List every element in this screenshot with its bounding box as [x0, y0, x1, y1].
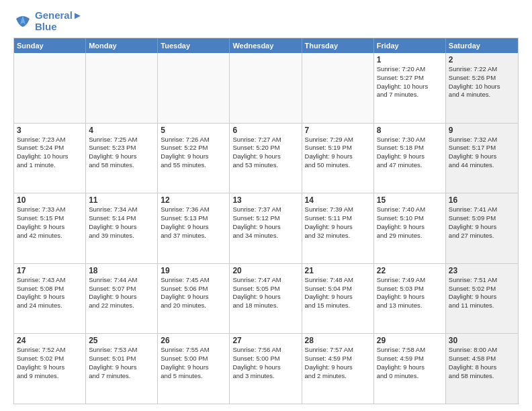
day-cell-18: 18Sunrise: 7:44 AM Sunset: 5:07 PM Dayli… — [86, 264, 158, 334]
day-info: Sunrise: 7:53 AM Sunset: 5:01 PM Dayligh… — [89, 346, 154, 380]
day-info: Sunrise: 7:25 AM Sunset: 5:23 PM Dayligh… — [89, 136, 154, 170]
day-info: Sunrise: 7:57 AM Sunset: 4:59 PM Dayligh… — [305, 346, 371, 380]
calendar-row-4: 24Sunrise: 7:52 AM Sunset: 5:02 PM Dayli… — [14, 333, 518, 404]
day-cell-empty-0-0 — [14, 53, 86, 123]
day-cell-empty-0-2 — [158, 53, 230, 123]
calendar-row-0: 1Sunrise: 7:20 AM Sunset: 5:27 PM Daylig… — [14, 53, 518, 123]
day-cell-empty-0-3 — [230, 53, 302, 123]
day-info: Sunrise: 7:36 AM Sunset: 5:13 PM Dayligh… — [161, 205, 226, 240]
day-cell-2: 2Sunrise: 7:22 AM Sunset: 5:26 PM Daylig… — [446, 53, 518, 123]
day-number: 25 — [89, 336, 154, 345]
day-cell-26: 26Sunrise: 7:55 AM Sunset: 5:00 PM Dayli… — [158, 334, 230, 404]
day-cell-16: 16Sunrise: 7:41 AM Sunset: 5:09 PM Dayli… — [446, 193, 518, 263]
day-cell-7: 7Sunrise: 7:29 AM Sunset: 5:19 PM Daylig… — [302, 124, 374, 193]
day-cell-17: 17Sunrise: 7:43 AM Sunset: 5:08 PM Dayli… — [14, 264, 86, 334]
day-cell-empty-0-1 — [86, 53, 158, 123]
day-number: 8 — [377, 126, 443, 135]
day-number: 23 — [449, 266, 515, 275]
day-number: 20 — [232, 266, 298, 275]
calendar-row-3: 17Sunrise: 7:43 AM Sunset: 5:08 PM Dayli… — [14, 263, 518, 334]
header: General► Blue — [13, 10, 519, 32]
weekday-header-saturday: Saturday — [446, 38, 518, 53]
logo-text: General► Blue — [35, 10, 83, 32]
calendar-body: 1Sunrise: 7:20 AM Sunset: 5:27 PM Daylig… — [14, 53, 518, 404]
day-info: Sunrise: 8:00 AM Sunset: 4:58 PM Dayligh… — [449, 346, 515, 380]
day-number: 1 — [377, 55, 443, 64]
calendar-row-2: 10Sunrise: 7:33 AM Sunset: 5:15 PM Dayli… — [14, 193, 518, 263]
day-info: Sunrise: 7:44 AM Sunset: 5:07 PM Dayligh… — [89, 276, 154, 310]
day-info: Sunrise: 7:34 AM Sunset: 5:14 PM Dayligh… — [89, 205, 154, 240]
day-info: Sunrise: 7:55 AM Sunset: 5:00 PM Dayligh… — [161, 346, 226, 380]
logo: General► Blue — [13, 10, 83, 32]
logo-icon — [13, 12, 32, 31]
day-number: 24 — [17, 336, 83, 345]
day-cell-21: 21Sunrise: 7:48 AM Sunset: 5:04 PM Dayli… — [302, 264, 374, 334]
day-cell-5: 5Sunrise: 7:26 AM Sunset: 5:22 PM Daylig… — [158, 124, 230, 193]
day-cell-14: 14Sunrise: 7:39 AM Sunset: 5:11 PM Dayli… — [302, 193, 374, 263]
day-number: 14 — [305, 195, 371, 205]
day-info: Sunrise: 7:26 AM Sunset: 5:22 PM Dayligh… — [161, 136, 226, 170]
day-cell-28: 28Sunrise: 7:57 AM Sunset: 4:59 PM Dayli… — [302, 334, 374, 404]
day-number: 27 — [232, 336, 298, 345]
day-cell-29: 29Sunrise: 7:58 AM Sunset: 4:59 PM Dayli… — [374, 334, 446, 404]
day-info: Sunrise: 7:51 AM Sunset: 5:02 PM Dayligh… — [449, 276, 515, 310]
day-cell-1: 1Sunrise: 7:20 AM Sunset: 5:27 PM Daylig… — [374, 53, 446, 123]
day-info: Sunrise: 7:39 AM Sunset: 5:11 PM Dayligh… — [305, 205, 371, 240]
day-info: Sunrise: 7:40 AM Sunset: 5:10 PM Dayligh… — [377, 205, 443, 240]
weekday-header-thursday: Thursday — [302, 38, 374, 53]
day-info: Sunrise: 7:30 AM Sunset: 5:18 PM Dayligh… — [377, 136, 443, 170]
day-number: 15 — [377, 195, 443, 205]
calendar-row-1: 3Sunrise: 7:23 AM Sunset: 5:24 PM Daylig… — [14, 123, 518, 193]
day-cell-19: 19Sunrise: 7:45 AM Sunset: 5:06 PM Dayli… — [158, 264, 230, 334]
day-info: Sunrise: 7:49 AM Sunset: 5:03 PM Dayligh… — [377, 276, 443, 310]
day-cell-8: 8Sunrise: 7:30 AM Sunset: 5:18 PM Daylig… — [374, 124, 446, 193]
weekday-header-sunday: Sunday — [14, 38, 86, 53]
day-number: 18 — [89, 266, 154, 275]
day-number: 9 — [449, 126, 515, 135]
day-number: 26 — [161, 336, 226, 345]
day-number: 2 — [449, 55, 515, 64]
day-cell-24: 24Sunrise: 7:52 AM Sunset: 5:02 PM Dayli… — [14, 334, 86, 404]
day-number: 17 — [17, 266, 83, 275]
page: General► Blue SundayMondayTuesdayWednesd… — [0, 0, 532, 411]
day-number: 19 — [161, 266, 226, 275]
day-cell-23: 23Sunrise: 7:51 AM Sunset: 5:02 PM Dayli… — [446, 264, 518, 334]
day-cell-15: 15Sunrise: 7:40 AM Sunset: 5:10 PM Dayli… — [374, 193, 446, 263]
day-cell-4: 4Sunrise: 7:25 AM Sunset: 5:23 PM Daylig… — [86, 124, 158, 193]
day-number: 7 — [305, 126, 371, 135]
day-cell-20: 20Sunrise: 7:47 AM Sunset: 5:05 PM Dayli… — [230, 264, 302, 334]
day-info: Sunrise: 7:20 AM Sunset: 5:27 PM Dayligh… — [377, 65, 443, 99]
day-number: 22 — [377, 266, 443, 275]
day-info: Sunrise: 7:56 AM Sunset: 5:00 PM Dayligh… — [232, 346, 298, 380]
day-info: Sunrise: 7:47 AM Sunset: 5:05 PM Dayligh… — [232, 276, 298, 310]
day-info: Sunrise: 7:29 AM Sunset: 5:19 PM Dayligh… — [305, 136, 371, 170]
day-info: Sunrise: 7:48 AM Sunset: 5:04 PM Dayligh… — [305, 276, 371, 310]
day-number: 4 — [89, 126, 154, 135]
day-number: 12 — [161, 195, 226, 205]
day-number: 16 — [449, 195, 515, 205]
day-cell-25: 25Sunrise: 7:53 AM Sunset: 5:01 PM Dayli… — [86, 334, 158, 404]
day-cell-3: 3Sunrise: 7:23 AM Sunset: 5:24 PM Daylig… — [14, 124, 86, 193]
day-cell-22: 22Sunrise: 7:49 AM Sunset: 5:03 PM Dayli… — [374, 264, 446, 334]
day-number: 11 — [89, 195, 154, 205]
weekday-header-wednesday: Wednesday — [230, 38, 302, 53]
day-number: 3 — [17, 126, 83, 135]
day-number: 28 — [305, 336, 371, 345]
day-cell-13: 13Sunrise: 7:37 AM Sunset: 5:12 PM Dayli… — [230, 193, 302, 263]
day-cell-11: 11Sunrise: 7:34 AM Sunset: 5:14 PM Dayli… — [86, 193, 158, 263]
day-info: Sunrise: 7:33 AM Sunset: 5:15 PM Dayligh… — [17, 205, 83, 240]
day-number: 29 — [377, 336, 443, 345]
weekday-header-tuesday: Tuesday — [158, 38, 230, 53]
day-info: Sunrise: 7:32 AM Sunset: 5:17 PM Dayligh… — [449, 136, 515, 170]
day-info: Sunrise: 7:23 AM Sunset: 5:24 PM Dayligh… — [17, 136, 83, 170]
day-cell-30: 30Sunrise: 8:00 AM Sunset: 4:58 PM Dayli… — [446, 334, 518, 404]
day-info: Sunrise: 7:27 AM Sunset: 5:20 PM Dayligh… — [232, 136, 298, 170]
day-info: Sunrise: 7:22 AM Sunset: 5:26 PM Dayligh… — [449, 65, 515, 99]
day-number: 6 — [232, 126, 298, 135]
calendar: SundayMondayTuesdayWednesdayThursdayFrid… — [13, 38, 519, 404]
day-number: 13 — [232, 195, 298, 205]
day-info: Sunrise: 7:52 AM Sunset: 5:02 PM Dayligh… — [17, 346, 83, 380]
day-cell-12: 12Sunrise: 7:36 AM Sunset: 5:13 PM Dayli… — [158, 193, 230, 263]
day-number: 21 — [305, 266, 371, 275]
day-cell-10: 10Sunrise: 7:33 AM Sunset: 5:15 PM Dayli… — [14, 193, 86, 263]
